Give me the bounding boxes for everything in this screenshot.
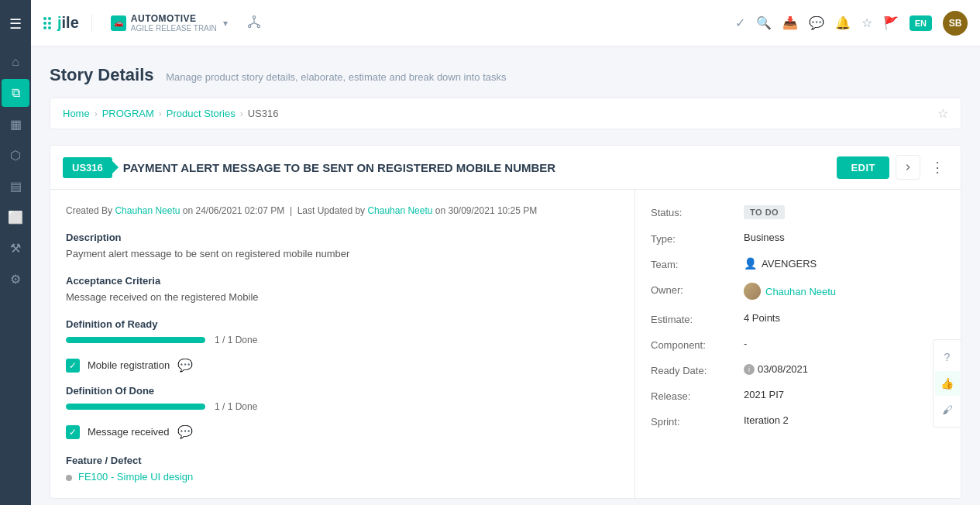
dor-progress-bar-fill	[66, 337, 205, 343]
svg-point-0	[253, 16, 255, 19]
org-info: AUTOMOTIVE AGILE RELEASE TRAIN	[131, 13, 217, 33]
sprint-field-row: Sprint: Iteration 2	[651, 414, 945, 428]
svg-line-4	[249, 23, 254, 26]
calendar-nav-icon[interactable]: ▦	[2, 110, 29, 138]
status-field-row: Status: TO DO	[651, 205, 945, 219]
org-tree-button[interactable]	[246, 14, 262, 32]
component-label: Component:	[651, 338, 744, 351]
chart-nav-icon[interactable]: ▤	[2, 172, 29, 200]
dod-item-label-0: Message received	[88, 426, 170, 438]
feature-defect-row: FE100 - Simple UI design	[66, 471, 619, 483]
dod-progress-bar-wrap	[66, 404, 205, 410]
org-name: AUTOMOTIVE	[131, 13, 217, 24]
breadcrumb-program[interactable]: PROGRAM	[102, 108, 154, 119]
star-icon[interactable]: ☆	[861, 15, 872, 30]
help-panel-icon[interactable]: ?	[935, 345, 960, 369]
component-field-row: Component: -	[651, 338, 945, 351]
owner-field-row: Owner: Chauhan Neetu	[651, 283, 945, 300]
ready-date-field-row: Ready Date: i 03/08/2021	[651, 363, 945, 376]
settings-nav-icon[interactable]: ⚙	[2, 265, 29, 293]
breadcrumb-sep-2: ›	[159, 108, 162, 119]
more-options-button[interactable]: ⋮	[927, 156, 948, 178]
edit-button[interactable]: EDIT	[837, 156, 889, 179]
language-badge[interactable]: EN	[910, 15, 932, 31]
type-value: Business	[744, 232, 945, 243]
inbox-icon[interactable]: 📥	[782, 15, 798, 30]
logo-dots	[43, 17, 51, 29]
last-updated-by-link[interactable]: Chauhan Neetu	[367, 205, 432, 216]
created-by-link[interactable]: Chauhan Neetu	[115, 205, 180, 216]
team-name: AVENGERS	[762, 258, 817, 270]
page-title-area: Story Details Manage product story detai…	[50, 65, 961, 85]
notification-icon[interactable]: 🔔	[835, 15, 851, 30]
flag-icon[interactable]: 🚩	[883, 15, 899, 30]
acceptance-criteria-text: Message received on the registered Mobil…	[66, 291, 619, 303]
ready-date-value: i 03/08/2021	[744, 363, 945, 375]
layers-nav-icon[interactable]: ⧉	[2, 79, 29, 107]
dor-progress-bar-wrap	[66, 337, 205, 343]
definition-of-ready-label: Definition of Ready	[66, 318, 619, 330]
status-value: TO DO	[744, 205, 945, 219]
owner-name[interactable]: Chauhan Neetu	[765, 286, 836, 297]
dor-item-0: ✓ Mobile registration 💬	[66, 355, 619, 376]
wrench-nav-icon[interactable]: ⚒	[2, 234, 29, 262]
dod-checkbox-0[interactable]: ✓	[66, 425, 80, 439]
release-field-row: Release: 2021 PI7	[651, 389, 945, 402]
story-card: US316 PAYMENT ALERT MESSAGE TO BE SENT O…	[50, 145, 961, 499]
svg-point-1	[248, 25, 250, 27]
dod-comment-icon-0[interactable]: 💬	[177, 424, 193, 439]
team-icon: 👤	[744, 257, 757, 270]
feature-link[interactable]: FE100 - Simple UI design	[78, 471, 193, 483]
paint-panel-icon[interactable]: 🖌	[935, 397, 960, 422]
breadcrumb-home[interactable]: Home	[63, 108, 90, 119]
chat-icon[interactable]: 💬	[809, 15, 824, 30]
check-icon[interactable]: ✓	[735, 15, 745, 30]
hexagon-nav-icon[interactable]: ⬡	[2, 141, 29, 169]
owner-label: Owner:	[651, 283, 744, 296]
dor-comment-icon-0[interactable]: 💬	[177, 358, 193, 373]
dod-progress-row: 1 / 1 Done	[66, 401, 619, 412]
dor-item-label-0: Mobile registration	[88, 359, 170, 371]
sprint-value: Iteration 2	[744, 414, 945, 426]
org-subtitle: AGILE RELEASE TRAIN	[131, 24, 217, 33]
type-field-row: Type: Business	[651, 232, 945, 245]
thumbsup-panel-icon[interactable]: 👍	[935, 371, 960, 396]
hamburger-menu[interactable]: ☰	[9, 9, 22, 39]
breadcrumb-product-stories[interactable]: Product Stories	[167, 108, 236, 119]
acceptance-criteria-label: Acceptance Criteria	[66, 275, 619, 287]
dor-checkbox-0[interactable]: ✓	[66, 359, 80, 373]
org-area[interactable]: 🚗 AUTOMOTIVE AGILE RELEASE TRAIN ▾	[111, 13, 228, 33]
dod-item-0: ✓ Message received 💬	[66, 421, 619, 442]
story-card-header: US316 PAYMENT ALERT MESSAGE TO BE SENT O…	[50, 146, 961, 190]
description-label: Description	[66, 232, 619, 243]
home-nav-icon[interactable]: ⌂	[2, 48, 29, 76]
story-right-column: Status: TO DO Type: Business Team:	[635, 190, 961, 498]
estimate-field-row: Estimate: 4 Points	[651, 312, 945, 325]
main-content: jile 🚗 AUTOMOTIVE AGILE RELEASE TRAIN ▾ …	[31, 0, 980, 505]
far-left-navigation: ☰ ⌂ ⧉ ▦ ⬡ ▤ ⬜ ⚒ ⚙	[0, 0, 31, 505]
team-field-row: Team: 👤 AVENGERS	[651, 257, 945, 270]
user-avatar[interactable]: SB	[943, 11, 968, 36]
header-right: ✓ 🔍 📥 💬 🔔 ☆ 🚩 EN SB	[735, 11, 968, 36]
status-label: Status:	[651, 205, 744, 218]
floating-panel: ? 👍 🖌	[933, 339, 961, 428]
sprint-label: Sprint:	[651, 414, 744, 428]
breadcrumb-sep-3: ›	[240, 108, 243, 119]
release-label: Release:	[651, 389, 744, 402]
estimate-value: 4 Points	[744, 312, 945, 324]
search-icon[interactable]: 🔍	[756, 15, 772, 30]
story-meta: Created By Chauhan Neetu on 24/06/2021 0…	[66, 205, 619, 216]
ready-date-info-icon[interactable]: i	[744, 364, 755, 375]
pivot-icon-button[interactable]	[896, 155, 920, 180]
page-title: Story Details	[50, 65, 154, 84]
dor-progress-row: 1 / 1 Done	[66, 335, 619, 345]
story-id-badge: US316	[63, 157, 112, 178]
logo-text: jile	[57, 14, 79, 32]
page-content: Story Details Manage product story detai…	[31, 46, 980, 505]
breadcrumb-star-icon[interactable]: ☆	[937, 106, 948, 121]
team-value: 👤 AVENGERS	[744, 257, 945, 270]
file-nav-icon[interactable]: ⬜	[2, 203, 29, 231]
story-body: Created By Chauhan Neetu on 24/06/2021 0…	[50, 190, 961, 498]
dod-progress-label: 1 / 1 Done	[215, 401, 257, 412]
story-title: PAYMENT ALERT MESSAGE TO BE SENT ON REGI…	[123, 161, 837, 174]
